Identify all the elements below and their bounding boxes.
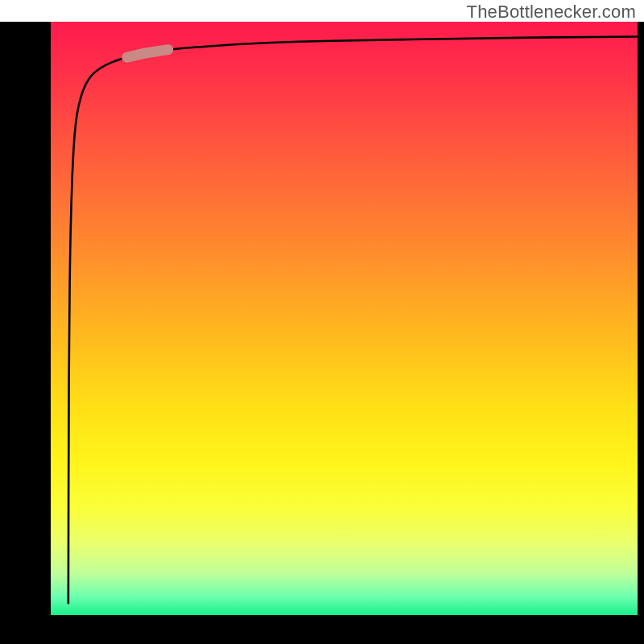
frame-right (638, 22, 644, 644)
frame-left (0, 22, 51, 644)
frame-bottom (0, 615, 644, 644)
attribution-text: TheBottlenecker.com (467, 2, 636, 23)
chart-stage: TheBottlenecker.com (0, 0, 644, 644)
plot-area (51, 22, 638, 615)
